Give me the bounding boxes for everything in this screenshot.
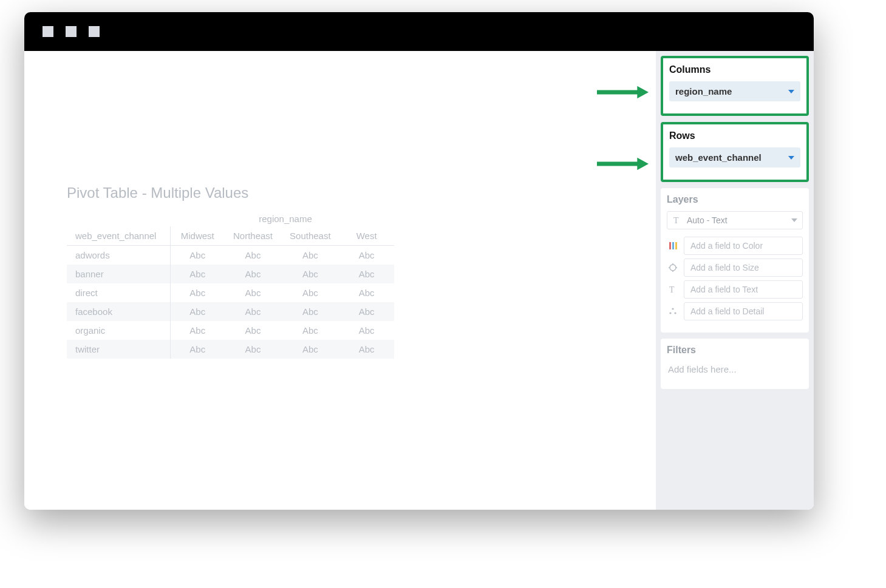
layers-shelf: Layers T Auto - Text Add	[661, 188, 809, 333]
cell: Abc	[170, 302, 225, 321]
cell: Abc	[339, 340, 394, 359]
layer-type-select[interactable]: T Auto - Text	[667, 211, 803, 229]
columns-pill-label: region_name	[675, 86, 732, 96]
svg-text:T: T	[669, 285, 675, 294]
text-icon: T	[667, 285, 679, 294]
dropdown-caret-icon	[788, 156, 794, 160]
rows-shelf-title: Rows	[669, 130, 800, 141]
titlebar-square-icon	[66, 26, 77, 37]
svg-point-5	[670, 265, 676, 271]
size-icon	[667, 263, 679, 272]
filters-shelf[interactable]: Filters Add fields here...	[661, 339, 809, 389]
cell: Abc	[281, 246, 339, 265]
layers-shelf-title: Layers	[667, 194, 803, 205]
detail-dropzone[interactable]: Add a field to Detail	[684, 302, 803, 320]
cell: Abc	[225, 265, 281, 283]
dropdown-caret-icon	[788, 90, 794, 93]
titlebar-square-icon	[89, 26, 100, 37]
canvas: Pivot Table - Multiple Values region_nam…	[24, 51, 656, 510]
svg-point-8	[669, 312, 671, 314]
row-label: facebook	[67, 302, 170, 321]
table-row: bannerAbcAbcAbcAbc	[67, 265, 394, 283]
col-header: Northeast	[225, 226, 281, 246]
cell: Abc	[225, 302, 281, 321]
rows-pill[interactable]: web_event_channel	[669, 147, 800, 167]
layer-type-label: Auto - Text	[687, 215, 728, 225]
cell: Abc	[281, 340, 339, 359]
table-row: facebookAbcAbcAbcAbc	[67, 302, 394, 321]
rows-pill-label: web_event_channel	[675, 152, 762, 163]
sidebar: Columns region_name Rows web_event_chann…	[656, 51, 814, 510]
cell: Abc	[339, 283, 394, 302]
table-row: organicAbcAbcAbcAbc	[67, 321, 394, 340]
cell: Abc	[170, 340, 225, 359]
cell: Abc	[170, 283, 225, 302]
text-dropzone[interactable]: Add a field to Text	[684, 280, 803, 299]
row-label: banner	[67, 265, 170, 283]
svg-point-9	[674, 312, 676, 314]
table-row: adwordsAbcAbcAbcAbc	[67, 246, 394, 265]
col-header: West	[339, 226, 394, 246]
rows-shelf[interactable]: Rows web_event_channel	[661, 122, 809, 182]
cell: Abc	[225, 246, 281, 265]
cell: Abc	[281, 283, 339, 302]
svg-point-7	[672, 308, 673, 309]
cell: Abc	[339, 265, 394, 283]
cell: Abc	[339, 302, 394, 321]
row-label: adwords	[67, 246, 170, 265]
pivot-table: web_event_channel Midwest Northeast Sout…	[67, 226, 394, 359]
column-super-header: region_name	[170, 214, 401, 224]
row-label: organic	[67, 321, 170, 340]
table-row: directAbcAbcAbcAbc	[67, 283, 394, 302]
col-header: Southeast	[281, 226, 339, 246]
filters-placeholder: Add fields here...	[667, 362, 803, 377]
titlebar	[24, 12, 814, 51]
svg-text:T: T	[673, 216, 679, 225]
dropdown-caret-icon	[791, 218, 797, 222]
cell: Abc	[170, 246, 225, 265]
detail-icon	[667, 306, 679, 316]
cell: Abc	[339, 246, 394, 265]
row-label: twitter	[67, 340, 170, 359]
app-window: Pivot Table - Multiple Values region_nam…	[24, 12, 814, 510]
pivot-title: Pivot Table - Multiple Values	[67, 184, 632, 201]
color-icon	[667, 242, 679, 249]
columns-shelf-title: Columns	[669, 64, 800, 75]
text-icon: T	[672, 215, 682, 225]
columns-shelf[interactable]: Columns region_name	[661, 56, 809, 116]
titlebar-square-icon	[43, 26, 53, 37]
color-dropzone[interactable]: Add a field to Color	[684, 237, 803, 255]
table-row: twitterAbcAbcAbcAbc	[67, 340, 394, 359]
cell: Abc	[281, 265, 339, 283]
cell: Abc	[225, 283, 281, 302]
filters-shelf-title: Filters	[667, 345, 803, 356]
cell: Abc	[339, 321, 394, 340]
cell: Abc	[170, 265, 225, 283]
main-area: Pivot Table - Multiple Values region_nam…	[24, 51, 814, 510]
cell: Abc	[281, 302, 339, 321]
cell: Abc	[281, 321, 339, 340]
cell: Abc	[225, 321, 281, 340]
size-dropzone[interactable]: Add a field to Size	[684, 259, 803, 277]
row-header-label: web_event_channel	[67, 226, 170, 246]
cell: Abc	[170, 321, 225, 340]
row-label: direct	[67, 283, 170, 302]
cell: Abc	[225, 340, 281, 359]
columns-pill[interactable]: region_name	[669, 81, 800, 101]
col-header: Midwest	[170, 226, 225, 246]
